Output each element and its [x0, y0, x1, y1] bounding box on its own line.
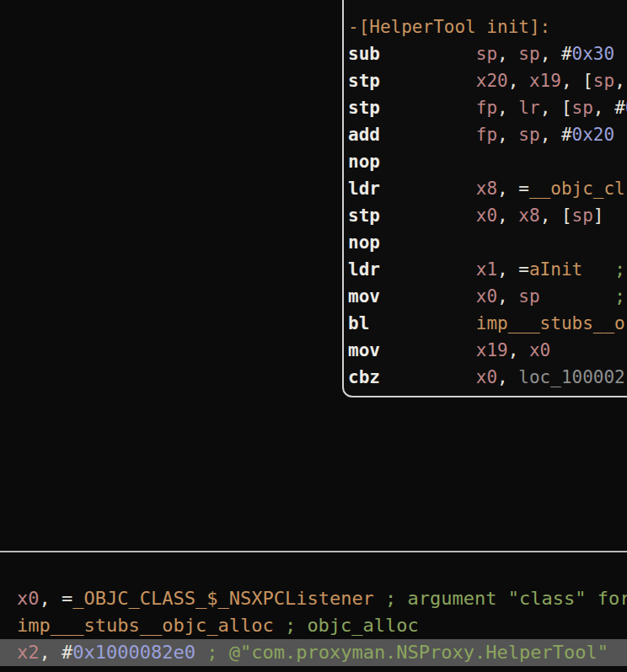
- asm-line[interactable]: mov x0, sp ;: [348, 283, 627, 310]
- asm-token-p: [380, 44, 476, 64]
- asm-token-r: fp: [476, 98, 497, 118]
- asm-token-m: nop: [348, 232, 380, 253]
- asm-token-r: x0: [529, 340, 550, 360]
- asm-token-r: sp: [593, 71, 614, 91]
- asm-token-p: ,: [497, 125, 518, 145]
- asm-token-p: , =: [40, 588, 73, 609]
- asm-line[interactable]: nop: [348, 148, 627, 175]
- asm-token-r: x19: [476, 340, 508, 360]
- asm-token-c: ;: [614, 286, 625, 307]
- asm-token-p: , [: [561, 71, 593, 91]
- asm-token-m: cbz: [348, 367, 380, 387]
- asm-token-r: sp: [572, 98, 593, 118]
- asm-token-p: [582, 259, 614, 280]
- asm-line[interactable]: bl imp___stubs__o: [348, 310, 627, 337]
- asm-line[interactable]: -[HelperTool init]:: [348, 13, 627, 40]
- asm-token-r: fp: [476, 125, 497, 145]
- asm-token-s: _OBJC_CLASS_$_NSXPCListener: [72, 588, 374, 609]
- asm-token-g: loc_100002: [518, 367, 624, 387]
- asm-line[interactable]: ldr x1, =aInit ;: [348, 256, 627, 283]
- asm-line-selected[interactable]: x2, #0x1000082e0 ; @"com.proxyman.NSProx…: [0, 639, 627, 666]
- asm-token-p: [380, 259, 476, 280]
- asm-token-p: , #: [614, 71, 627, 91]
- asm-token-c: ; objc_alloc: [274, 615, 419, 636]
- asm-token-r: sp: [518, 125, 539, 145]
- asm-token-r: lr: [518, 98, 539, 118]
- asm-token-r: x0: [17, 588, 40, 609]
- asm-token-p: [380, 367, 476, 387]
- asm-token-m: stp: [348, 98, 380, 118]
- asm-token-p: , #: [40, 642, 73, 663]
- asm-token-i: 0x30: [572, 44, 615, 64]
- asm-token-p: , #: [593, 98, 625, 118]
- asm-line[interactable]: nop: [348, 229, 627, 256]
- asm-token-m: stp: [348, 205, 380, 226]
- asm-line[interactable]: ldr x8, =__objc_cl: [348, 175, 627, 202]
- asm-token-r: sp: [476, 44, 497, 64]
- asm-line[interactable]: imp___stubs__objc_alloc ; objc_alloc: [0, 612, 627, 639]
- asm-token-p: , [: [540, 98, 572, 118]
- asm-token-i: 0x1000082e0: [72, 642, 196, 663]
- asm-line[interactable]: stp x20, x19, [sp, #0x10]: [348, 67, 627, 94]
- asm-token-p: ,: [497, 367, 518, 387]
- asm-token-proc: -[HelperTool init]:: [348, 17, 550, 37]
- asm-token-c: ; argument "class" for: [374, 588, 627, 609]
- asm-token-p: [380, 125, 476, 145]
- asm-token-r: x20: [476, 71, 508, 91]
- asm-token-p: ,: [497, 205, 518, 226]
- asm-token-r: x2: [17, 642, 40, 663]
- asm-token-p: [380, 205, 476, 226]
- asm-token-p: , #: [540, 125, 572, 145]
- asm-token-p: [380, 286, 476, 307]
- asm-token-s: imp___stubs__objc_alloc: [17, 615, 274, 636]
- asm-token-p: , [: [540, 205, 572, 226]
- asm-token-p: [540, 286, 615, 307]
- asm-token-p: [369, 313, 475, 333]
- asm-token-p: [380, 340, 476, 360]
- asm-line[interactable]: add fp, sp, #0x20: [348, 121, 627, 148]
- asm-token-r: x0: [476, 367, 497, 387]
- asm-line[interactable]: cbz x0, loc_100002: [348, 364, 627, 391]
- asm-token-r: x19: [529, 71, 561, 91]
- asm-token-p: ,: [497, 44, 518, 64]
- separator-line: [0, 551, 627, 552]
- asm-token-s: aInit: [529, 259, 582, 280]
- asm-token-r: sp: [572, 205, 593, 226]
- asm-token-p: ]: [593, 205, 604, 226]
- asm-token-p: , =: [497, 259, 529, 280]
- asm-token-m: ldr: [348, 259, 380, 280]
- asm-token-r: sp: [518, 44, 539, 64]
- asm-token-p: , =: [497, 179, 529, 199]
- asm-token-p: [380, 179, 476, 199]
- asm-token-m: mov: [348, 286, 380, 307]
- asm-token-p: [380, 98, 476, 118]
- asm-token-r: x0: [476, 286, 497, 307]
- asm-token-p: ,: [508, 340, 529, 360]
- asm-token-r: x8: [518, 205, 539, 226]
- asm-token-p: [380, 71, 476, 91]
- asm-token-m: mov: [348, 340, 380, 360]
- asm-token-r: sp: [518, 286, 539, 307]
- asm-token-m: stp: [348, 71, 380, 91]
- asm-token-m: sub: [348, 44, 380, 64]
- asm-token-m: ldr: [348, 179, 380, 199]
- asm-token-p: ,: [497, 98, 518, 118]
- asm-token-c: ;: [614, 259, 625, 280]
- asm-line[interactable]: stp x0, x8, [sp]: [348, 202, 627, 229]
- disassembly-listing: x0, =_OBJC_CLASS_$_NSXPCListener ; argum…: [0, 585, 627, 666]
- asm-line[interactable]: mov x19, x0: [348, 337, 627, 364]
- asm-token-p: , #: [540, 44, 572, 64]
- asm-line[interactable]: stp fp, lr, [sp, #0x20]: [348, 94, 627, 121]
- asm-line[interactable]: x0, =_OBJC_CLASS_$_NSXPCListener ; argum…: [0, 585, 627, 612]
- disassembly-preview-panel: -[HelperTool init]:sub sp, sp, #0x30stp …: [342, 0, 627, 397]
- asm-token-m: add: [348, 125, 380, 145]
- asm-token-p: ,: [508, 71, 529, 91]
- asm-token-s: __objc_cl: [529, 179, 625, 199]
- asm-token-m: bl: [348, 313, 369, 333]
- asm-token-r: x0: [476, 205, 497, 226]
- asm-token-s: imp___stubs__o: [476, 313, 625, 333]
- asm-line[interactable]: sub sp, sp, #0x30: [348, 40, 627, 67]
- asm-token-p: ,: [497, 286, 518, 307]
- asm-token-i: 0x20: [572, 125, 615, 145]
- asm-token-m: nop: [348, 152, 380, 172]
